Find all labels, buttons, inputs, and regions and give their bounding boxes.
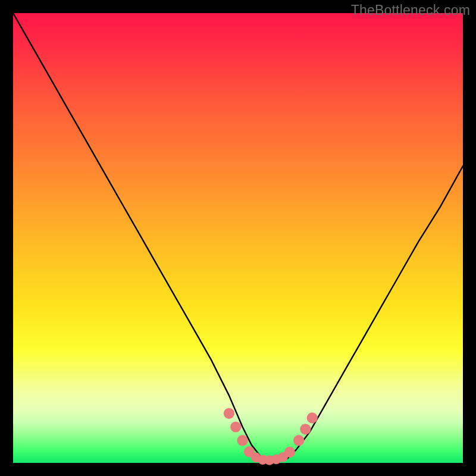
curve-marker — [307, 412, 318, 423]
curve-marker — [237, 435, 248, 446]
chart-plot-area — [13, 13, 463, 463]
curve-marker — [293, 435, 304, 446]
chart-frame: TheBottleneck.com — [0, 0, 476, 476]
watermark-text: TheBottleneck.com — [351, 2, 470, 18]
bottleneck-curve — [13, 13, 463, 461]
bottleneck-curve-svg — [13, 13, 463, 463]
curve-marker — [284, 447, 295, 458]
curve-marker — [230, 421, 241, 432]
curve-marker — [224, 408, 234, 419]
curve-marker — [300, 424, 311, 434]
